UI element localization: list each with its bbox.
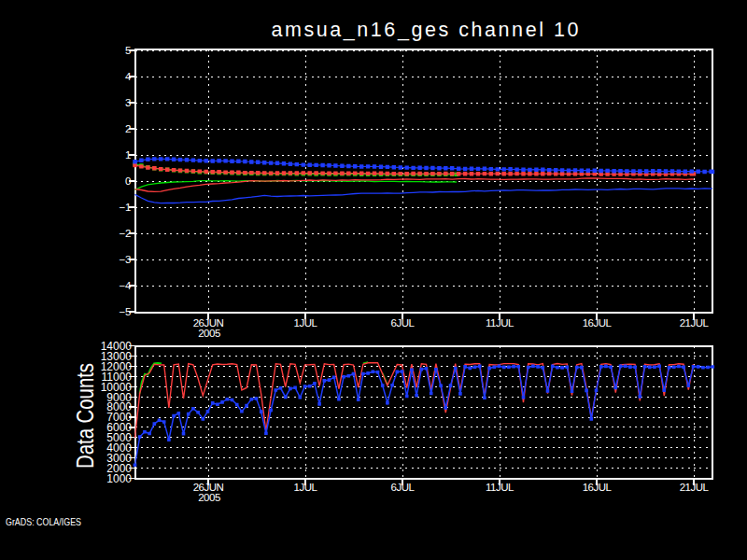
svg-text:21JUL: 21JUL: [680, 482, 710, 493]
svg-text:11JUL: 11JUL: [486, 317, 514, 329]
svg-text:amsua_n16_ges channel 10: amsua_n16_ges channel 10: [272, 19, 579, 41]
svg-text:16JUL: 16JUL: [583, 482, 613, 493]
svg-text:6JUL: 6JUL: [391, 482, 416, 493]
svg-text:2: 2: [125, 123, 131, 134]
svg-text:GrADS: COLA/IGES: GrADS: COLA/IGES: [6, 516, 81, 527]
svg-text:−1: −1: [119, 202, 131, 213]
svg-text:4: 4: [125, 71, 132, 82]
svg-text:3: 3: [125, 97, 131, 108]
svg-text:0: 0: [125, 175, 131, 187]
svg-text:2005: 2005: [198, 492, 220, 503]
svg-text:Data Counts: Data Counts: [71, 363, 99, 469]
svg-text:−3: −3: [119, 254, 131, 265]
svg-text:21JUL: 21JUL: [680, 317, 710, 329]
svg-text:2005: 2005: [198, 328, 220, 339]
svg-text:14000: 14000: [101, 340, 133, 353]
svg-text:−4: −4: [119, 280, 132, 291]
svg-text:−5: −5: [119, 306, 131, 317]
svg-text:5: 5: [125, 45, 131, 56]
svg-text:16JUL: 16JUL: [583, 317, 613, 329]
svg-text:26JUN: 26JUN: [193, 317, 224, 329]
svg-text:−2: −2: [119, 228, 131, 239]
svg-text:1: 1: [125, 149, 131, 161]
svg-text:6JUL: 6JUL: [391, 317, 416, 329]
svg-text:1JUL: 1JUL: [294, 317, 318, 329]
svg-text:26JUN: 26JUN: [193, 482, 224, 493]
svg-text:11JUL: 11JUL: [486, 482, 514, 493]
svg-text:1JUL: 1JUL: [294, 482, 318, 493]
